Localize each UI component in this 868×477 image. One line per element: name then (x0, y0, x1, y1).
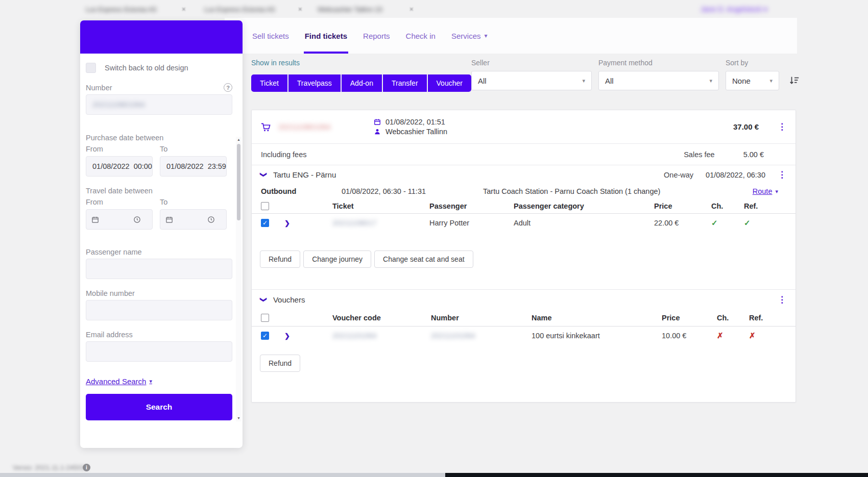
clock-icon[interactable] (133, 216, 141, 223)
passenger-name: Harry Potter (429, 219, 514, 227)
row-checkbox[interactable]: ✓ (261, 332, 269, 340)
basket-total: 37.00 € (733, 122, 759, 131)
number-input-value: 2021110801064 (92, 101, 145, 109)
sidebar-form: Switch back to old design Number ? 20211… (80, 54, 243, 420)
session-tab-label: Lux Express Estonia AS (86, 6, 157, 13)
payment-method-select[interactable]: All ▾ (598, 71, 719, 90)
info-icon[interactable]: i (83, 464, 90, 471)
filter-travelpass-button[interactable]: Travelpass (288, 74, 341, 92)
chevron-right-icon[interactable]: ❯ (281, 332, 332, 340)
scroll-up-icon[interactable]: ▲ (236, 137, 242, 143)
leg-direction-label: Outbound (261, 187, 342, 195)
select-all-checkbox[interactable] (261, 314, 269, 322)
number-input[interactable]: 2021110801064 (86, 94, 232, 115)
kebab-menu-icon[interactable]: ⋮ (778, 295, 786, 304)
collapse-chevron-icon[interactable]: ❯ (260, 172, 268, 178)
session-tab-3[interactable]: Webcashier Tallinn 23 × (318, 4, 414, 15)
col-ch: Ch. (711, 202, 744, 210)
passenger-name-label: Passenger name (86, 248, 232, 256)
travel-to-input[interactable] (160, 209, 227, 230)
travel-from-input[interactable] (86, 209, 153, 230)
purchase-to-input[interactable]: 01/08/2022 23:59 (160, 156, 227, 177)
departure-datetime: 01/08/2022, 06:30 (706, 171, 765, 179)
session-tab-1[interactable]: Lux Express Estonia AS × (86, 4, 186, 15)
scroll-down-icon[interactable]: ▼ (236, 415, 242, 421)
filter-ticket-button[interactable]: Ticket (251, 74, 287, 92)
purchase-from-input[interactable]: 01/08/2022 00:00 (86, 156, 153, 177)
select-all-checkbox[interactable] (261, 202, 269, 210)
close-icon[interactable]: × (182, 5, 186, 13)
email-address-input[interactable] (86, 341, 232, 362)
purchase-from-label: From (86, 145, 153, 153)
vouchers-title: Vouchers (273, 295, 305, 304)
basket-number[interactable]: 2021110801064 (278, 123, 333, 131)
nav-check-in[interactable]: Check in (405, 18, 437, 54)
help-icon[interactable]: ? (224, 83, 232, 92)
close-icon[interactable]: × (298, 5, 302, 13)
voucher-actions: Refund (252, 355, 795, 372)
session-tab-label: Lux Express Estonia AS (204, 6, 275, 13)
purchase-to-label: To (160, 145, 227, 153)
route-link[interactable]: Route ▾ (753, 187, 795, 195)
old-design-checkbox[interactable] (86, 63, 96, 73)
scrollbar-thumb[interactable] (237, 144, 240, 220)
mobile-number-label: Mobile number (86, 289, 232, 297)
sort-order-icon[interactable] (789, 75, 800, 86)
advanced-search-label: Advanced Search (86, 377, 146, 386)
ticket-actions: Refund Change journey Change seat cat an… (252, 250, 795, 268)
kebab-menu-icon[interactable]: ⋮ (778, 122, 786, 131)
advanced-search-link[interactable]: Advanced Search ▾ (86, 377, 152, 386)
refund-button[interactable]: Refund (260, 250, 300, 268)
seller-select[interactable]: All ▾ (471, 71, 592, 90)
calendar-icon[interactable] (91, 216, 99, 223)
nav-reports[interactable]: Reports (362, 18, 391, 54)
nav-sell-tickets[interactable]: Sell tickets (251, 18, 290, 54)
refundable-check-icon: ✓ (744, 218, 786, 228)
col-ref: Ref. (749, 314, 786, 322)
leg-times: 01/08/2022, 06:30 - 11:31 (342, 187, 483, 195)
row-checkbox[interactable]: ✓ (261, 219, 269, 227)
col-price: Price (662, 314, 717, 322)
nav-services[interactable]: Services ▾ (450, 18, 489, 54)
travel-to-label: To (160, 198, 227, 206)
result-type-filter-group: Ticket Travelpass Add-on Transfer Vouche… (251, 74, 471, 92)
search-button[interactable]: Search (86, 394, 232, 420)
col-passenger: Passenger (429, 202, 514, 210)
collapse-chevron-icon[interactable]: ❯ (260, 297, 268, 303)
passenger-name-input[interactable] (86, 259, 232, 279)
user-menu[interactable]: Jane D. Angelstock ▾ (701, 4, 777, 14)
travel-date-label: Travel date between (86, 187, 232, 195)
ticket-row: ✓ ❯ 20211108017 Harry Potter Adult 22.00… (252, 214, 795, 232)
col-voucher-code: Voucher code (332, 314, 431, 322)
change-journey-button[interactable]: Change journey (303, 250, 371, 268)
clock-icon[interactable] (207, 216, 215, 223)
change-seat-button[interactable]: Change seat cat and seat (374, 250, 473, 268)
ticket-number: 20211108017 (332, 219, 389, 227)
cart-icon (261, 122, 271, 132)
sort-by-label: Sort by (726, 59, 748, 67)
session-tab-2[interactable]: Lux Express Estonia AS × (204, 4, 302, 15)
filter-transfer-button[interactable]: Transfer (383, 74, 427, 92)
main-nav: Sell tickets Find tickets Reports Check … (251, 18, 489, 54)
show-in-results-label: Show in results (251, 59, 300, 67)
sort-by-value: None (732, 77, 751, 85)
kebab-menu-icon[interactable]: ⋮ (778, 170, 786, 179)
sidebar-scrollbar[interactable]: ▲ ▼ (236, 137, 242, 421)
outbound-leg-row: Outbound 01/08/2022, 06:30 - 11:31 Tartu… (252, 184, 795, 198)
sort-by-select[interactable]: None ▾ (726, 71, 779, 90)
old-design-label: Switch back to old design (105, 64, 188, 72)
chevron-right-icon[interactable]: ❯ (281, 219, 332, 227)
filter-voucher-button[interactable]: Voucher (428, 74, 471, 92)
voucher-number: 20211101064 (431, 332, 487, 340)
close-icon[interactable]: × (409, 5, 414, 13)
sales-fee-value: 5.00 € (743, 150, 764, 159)
mobile-number-input[interactable] (86, 300, 232, 320)
calendar-icon[interactable] (165, 216, 173, 223)
trip-type: One-way (664, 171, 693, 179)
nav-find-tickets[interactable]: Find tickets (304, 18, 348, 54)
voucher-row: ✓ ❯ 20211101064 20211101064 100 eurtsi k… (252, 327, 795, 345)
voucher-refund-button[interactable]: Refund (260, 355, 300, 372)
voucher-price: 10.00 € (662, 332, 717, 340)
col-ch: Ch. (717, 314, 749, 322)
filter-addon-button[interactable]: Add-on (342, 74, 382, 92)
